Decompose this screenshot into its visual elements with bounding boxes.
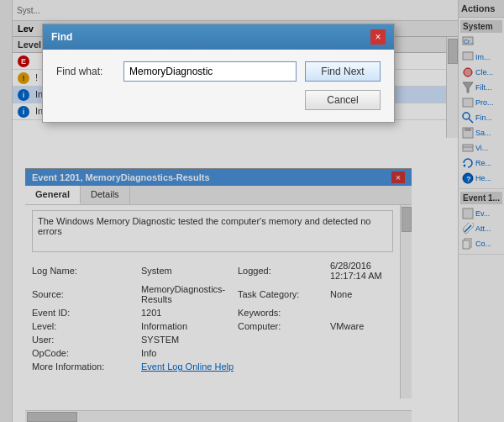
cancel-button[interactable]: Cancel	[305, 90, 381, 110]
find-what-input[interactable]	[123, 61, 297, 82]
find-dialog-title-text: Find	[51, 31, 72, 43]
find-next-button[interactable]: Find Next	[305, 61, 381, 82]
find-dialog-title-bar: Find ×	[43, 24, 394, 50]
find-dialog-close-button[interactable]: ×	[370, 29, 386, 45]
find-dialog: Find × Find what: Find Next Cancel	[42, 24, 395, 123]
find-dialog-body: Find what: Find Next Cancel	[43, 50, 394, 122]
cancel-row: Cancel	[56, 90, 381, 110]
find-what-label: Find what:	[56, 66, 115, 77]
find-what-row: Find what: Find Next	[56, 61, 381, 82]
